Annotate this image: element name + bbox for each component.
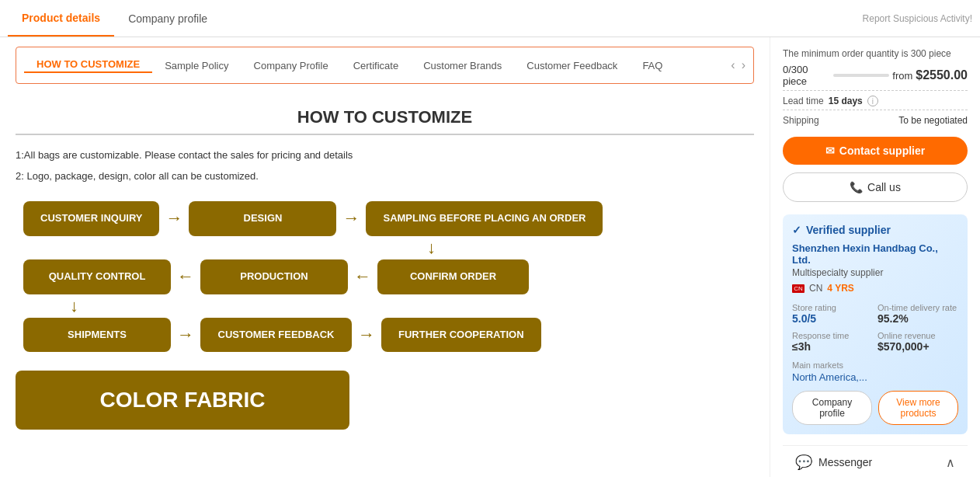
messenger-label: Messenger — [818, 456, 872, 468]
supplier-name-link[interactable]: Shenzhen Hexin Handbag Co., Ltd. — [792, 242, 958, 266]
country-code: CN — [809, 283, 822, 294]
markets-value[interactable]: North America,... — [792, 371, 958, 383]
supplier-meta: CN CN 4 YRS — [792, 283, 958, 294]
chevron-down-icon[interactable]: ∧ — [946, 455, 955, 470]
flow-row2: QUALITY CONTROL ← PRODUCTION ← CONFIRM O… — [23, 259, 754, 294]
flow-box-customer-feedback: CUSTOMER FEEDBACK — [200, 318, 352, 353]
flow-diagram: CUSTOMER INQUIRY → DESIGN → SAMPLING BEF… — [16, 201, 754, 353]
nav-bar: HOW TO CUSTOMIZE Sample Policy Company P… — [16, 47, 754, 84]
company-profile-button[interactable]: Company profile — [792, 391, 872, 425]
color-fabric-banner: COLOR FABRIC — [16, 371, 349, 430]
shipping-value: To be negotiated — [898, 115, 968, 126]
call-btn-label: Call us — [867, 181, 901, 193]
delivery-rate-value: 95.2% — [877, 312, 958, 325]
flow-box-customer-inquiry: CUSTOMER INQUIRY — [23, 201, 159, 236]
tab-company-profile[interactable]: Company profile — [114, 2, 221, 36]
messenger-icon: 💬 — [795, 454, 812, 471]
arrow-right-4: → — [358, 325, 375, 345]
progress-text: 0/300 piece — [783, 64, 830, 87]
nav-how-to-customize[interactable]: HOW TO CUSTOMIZE — [24, 58, 152, 73]
nav-next-arrow[interactable]: › — [742, 58, 745, 72]
shipping-label: Shipping — [783, 115, 819, 126]
response-time-value: ≤3h — [792, 340, 873, 353]
report-link[interactable]: Report Suspicious Activity! — [863, 13, 972, 24]
response-time-label: Response time — [792, 331, 873, 340]
desc-line2: 2: Logo, package, design, color all can … — [16, 167, 754, 185]
arrow-down-1: ↓ — [427, 238, 436, 258]
contact-btn-label: Contact supplier — [839, 144, 925, 157]
nav-certificate[interactable]: Certificate — [341, 60, 412, 71]
view-more-products-button[interactable]: View more products — [878, 391, 958, 425]
flow-row1: CUSTOMER INQUIRY → DESIGN → SAMPLING BEF… — [23, 201, 754, 236]
desc-line1: 1:All bags are customizable. Please cont… — [16, 146, 754, 164]
arrow-left-1: ← — [177, 266, 194, 287]
verified-label: Verified supplier — [806, 224, 891, 236]
stats-grid: Store rating 5.0/5 On-time delivery rate… — [792, 303, 958, 353]
left-content: HOW TO CUSTOMIZE Sample Policy Company P… — [0, 37, 770, 477]
messenger-bar: 💬 Messenger ∧ — [783, 445, 968, 477]
flow-box-confirm-order: CONFIRM ORDER — [377, 259, 529, 294]
response-time-cell: Response time ≤3h — [792, 331, 873, 353]
tab-product-details[interactable]: Product details — [8, 1, 114, 37]
store-rating-value[interactable]: 5.0/5 — [792, 312, 873, 325]
flag-icon: CN — [792, 284, 805, 293]
store-rating-label: Store rating — [792, 303, 873, 312]
section-title: HOW TO CUSTOMIZE — [16, 98, 754, 135]
arrow-right-2: → — [342, 208, 360, 228]
flow-row3: SHIPMENTS → CUSTOMER FEEDBACK → FURTHER … — [23, 318, 754, 353]
years-badge: 4 YRS — [827, 283, 853, 294]
verified-supplier-card: ✓ Verified supplier Shenzhen Hexin Handb… — [783, 214, 968, 434]
flow-box-further-cooperation: FURTHER COOPERATION — [381, 318, 541, 353]
revenue-value: $570,000+ — [877, 340, 958, 353]
arrow-down-2: ↓ — [70, 296, 78, 316]
description: 1:All bags are customizable. Please cont… — [16, 146, 754, 186]
nav-customer-brands[interactable]: Customer Brands — [411, 60, 514, 71]
lead-time-label: Lead time — [783, 96, 824, 106]
progress-track — [833, 74, 889, 77]
info-icon[interactable]: i — [867, 96, 878, 106]
store-rating-cell: Store rating 5.0/5 — [792, 303, 873, 325]
messenger-left: 💬 Messenger — [795, 454, 872, 471]
top-tabs: Product details Company profile Report S… — [0, 0, 980, 37]
main-layout: HOW TO CUSTOMIZE Sample Policy Company P… — [0, 37, 980, 477]
progress-bar: 0/300 piece from $2550.00 — [783, 64, 968, 87]
flow-box-quality-control: QUALITY CONTROL — [23, 259, 171, 294]
nav-arrows: ‹ › — [731, 58, 745, 72]
flow-box-sampling: SAMPLING BEFORE PLACING AN ORDER — [366, 201, 603, 236]
nav-faq[interactable]: FAQ — [630, 60, 675, 71]
flow-box-production: PRODUCTION — [200, 259, 348, 294]
lead-time-value: 15 days — [829, 96, 863, 106]
nav-prev-arrow[interactable]: ‹ — [731, 58, 735, 72]
arrow-right-3: → — [177, 325, 194, 345]
lead-time-row: Lead time 15 days i — [783, 90, 968, 106]
supplier-type: Multispecialty supplier — [792, 267, 958, 278]
shipping-row: Shipping To be negotiated — [783, 110, 968, 126]
revenue-cell: Online revenue $570,000+ — [877, 331, 958, 353]
min-order-label: The minimum order quantity is 300 piece — [783, 48, 968, 59]
flow-box-design: DESIGN — [189, 201, 336, 236]
delivery-rate-label: On-time delivery rate — [877, 303, 958, 312]
envelope-icon: ✉ — [825, 144, 835, 157]
verified-header: ✓ Verified supplier — [792, 224, 958, 236]
call-us-button[interactable]: 📞 Call us — [783, 172, 968, 202]
arrow-right-1: → — [165, 208, 182, 228]
arrow-left-2: ← — [354, 266, 371, 287]
delivery-rate-cell: On-time delivery rate 95.2% — [877, 303, 958, 325]
checkmark-icon: ✓ — [792, 224, 801, 236]
right-sidebar: The minimum order quantity is 300 piece … — [770, 37, 980, 477]
price-from: from — [892, 70, 912, 82]
markets-label: Main markets — [792, 360, 958, 370]
nav-company-profile[interactable]: Company Profile — [242, 60, 341, 71]
contact-supplier-button[interactable]: ✉ Contact supplier — [783, 137, 968, 165]
sidebar-actions: Company profile View more products — [792, 391, 958, 425]
nav-sample-policy[interactable]: Sample Policy — [152, 60, 241, 71]
revenue-label: Online revenue — [877, 331, 958, 340]
flow-box-shipments: SHIPMENTS — [23, 318, 171, 353]
price-value: $2550.00 — [916, 68, 968, 82]
nav-customer-feedback[interactable]: Customer Feedback — [514, 60, 630, 71]
phone-icon: 📞 — [850, 181, 863, 193]
